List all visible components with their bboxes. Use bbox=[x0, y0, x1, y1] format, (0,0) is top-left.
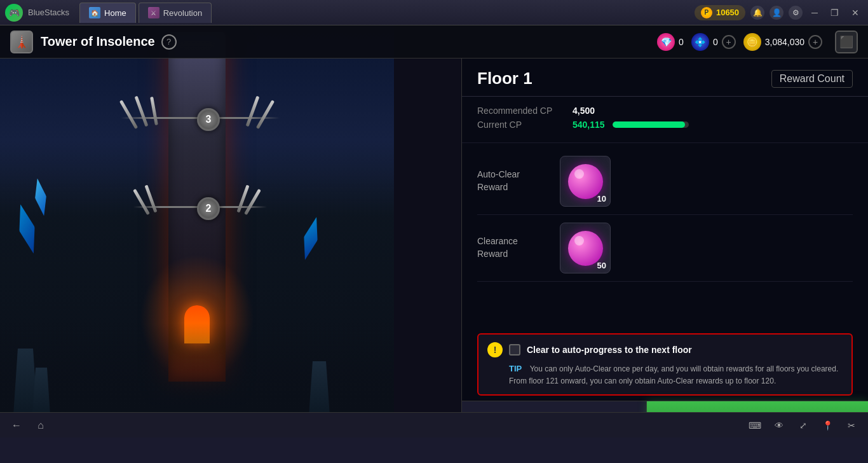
recommended-cp-label: Recommended CP bbox=[477, 106, 573, 116]
restore-button[interactable]: ❐ bbox=[827, 6, 843, 19]
cp-bar-container bbox=[613, 121, 689, 128]
clearance-reward-label: ClearanceReward bbox=[477, 235, 560, 260]
bluestacks-logo: 🎮 bbox=[5, 4, 23, 22]
avatar-icon[interactable]: 👤 bbox=[770, 6, 783, 20]
auto-clear-reward-row: Auto-ClearReward 10 bbox=[477, 148, 853, 215]
game-tab-icon: ⚔ bbox=[148, 7, 159, 18]
expand-button[interactable]: ⤢ bbox=[794, 417, 812, 434]
tab-revolution-label: Revolution bbox=[163, 8, 202, 18]
pink-currency-icon: 💎 bbox=[657, 33, 675, 51]
add-currency2-button[interactable]: + bbox=[722, 35, 736, 49]
gold-currency-icon: 🪙 bbox=[743, 33, 761, 51]
currency-gold: 🪙 3,084,030 + bbox=[743, 33, 822, 51]
auto-clear-reward-box: 10 bbox=[560, 156, 611, 207]
top-bar: 🗼 Tower of Insolence ? 💎 0 💠 0 + 🪙 3,084… bbox=[0, 25, 868, 59]
floor-title: Floor 1 bbox=[477, 69, 532, 88]
clearance-reward-row: ClearanceReward 50 bbox=[477, 215, 853, 282]
back-button[interactable]: ← bbox=[8, 417, 25, 434]
tip-text: You can only Auto-Clear once per day, an… bbox=[509, 364, 838, 385]
keyboard-button[interactable]: ⌨ bbox=[746, 417, 764, 434]
blue-currency-icon: 💠 bbox=[691, 33, 709, 51]
auto-clear-reward-label: Auto-ClearReward bbox=[477, 169, 560, 193]
auto-progress-checkbox[interactable] bbox=[509, 344, 520, 356]
tab-home[interactable]: 🏠 Home bbox=[79, 3, 136, 23]
tab-revolution[interactable]: ⚔ Revolution bbox=[139, 3, 212, 23]
cp-bar-fill bbox=[613, 121, 685, 128]
reward-count-button[interactable]: Reward Count bbox=[771, 70, 853, 88]
currency-blue: 💠 0 + bbox=[691, 33, 736, 51]
currency3-value: 3,084,030 bbox=[765, 37, 804, 47]
home-tab-icon: 🏠 bbox=[89, 7, 100, 18]
coin-value: 10650 bbox=[716, 8, 739, 17]
right-panel: Floor 1 Reward Count Recommended CP 4,50… bbox=[461, 59, 868, 438]
currency-row: 💎 0 💠 0 + 🪙 3,084,030 + ⬛ bbox=[657, 31, 858, 53]
exit-button[interactable]: ⬛ bbox=[835, 31, 858, 53]
coin-icon: P bbox=[701, 7, 712, 18]
warning-icon: ! bbox=[487, 342, 503, 357]
current-cp-row: Current CP 540,115 bbox=[477, 120, 853, 130]
recommended-cp-value: 4,500 bbox=[573, 106, 595, 116]
currency-pink: 💎 0 bbox=[657, 33, 684, 51]
eye-button[interactable]: 👁 bbox=[770, 417, 788, 434]
scissors-button[interactable]: ✂ bbox=[843, 417, 860, 434]
auto-clear-reward-count: 10 bbox=[597, 194, 606, 204]
close-button[interactable]: ✕ bbox=[848, 6, 863, 19]
game-ui: 🗼 Tower of Insolence ? 💎 0 💠 0 + 🪙 3,084… bbox=[0, 25, 868, 438]
notification-icon[interactable]: 🔔 bbox=[750, 6, 764, 20]
auto-progress-row: ! Clear to auto-progress to the next flo… bbox=[487, 342, 843, 357]
settings-icon[interactable]: ⚙ bbox=[789, 6, 803, 20]
tip-box: ! Clear to auto-progress to the next flo… bbox=[477, 333, 853, 396]
rewards-section: Auto-ClearReward 10 ClearanceReward 50 bbox=[462, 143, 868, 328]
currency2-value: 0 bbox=[713, 37, 718, 47]
add-currency3-button[interactable]: + bbox=[808, 35, 822, 49]
help-button[interactable]: ? bbox=[161, 34, 177, 50]
tower-icon: 🗼 bbox=[10, 31, 33, 53]
exit-icon: ⬛ bbox=[839, 35, 853, 49]
current-cp-value: 540,115 bbox=[573, 120, 605, 130]
floor-header: Floor 1 Reward Count bbox=[462, 59, 868, 97]
currency1-value: 0 bbox=[679, 37, 684, 47]
clearance-reward-box: 50 bbox=[560, 223, 611, 273]
taskbar: ← ⌂ ⌨ 👁 ⤢ 📍 ✂ bbox=[0, 412, 868, 438]
current-cp-label: Current CP bbox=[477, 120, 573, 130]
tip-content: TIP You can only Auto-Clear once per day… bbox=[487, 363, 843, 387]
auto-progress-label: Clear to auto-progress to the next floor bbox=[527, 345, 692, 355]
tip-label: TIP bbox=[509, 364, 522, 373]
app-name: BlueStacks bbox=[28, 8, 69, 17]
titlebar-controls: P 10650 🔔 👤 ⚙ ─ ❐ ✕ bbox=[695, 5, 863, 20]
clearance-reward-count: 50 bbox=[597, 261, 606, 270]
title-bar: 🎮 BlueStacks 🏠 Home ⚔ Revolution P 10650… bbox=[0, 0, 868, 25]
cp-section: Recommended CP 4,500 Current CP 540,115 bbox=[462, 97, 868, 143]
tower-title: Tower of Insolence bbox=[41, 34, 155, 49]
home-button[interactable]: ⌂ bbox=[32, 417, 50, 434]
tab-home-label: Home bbox=[104, 8, 126, 18]
game-area: 3 2 🗼 Tower of Insolence bbox=[0, 25, 868, 438]
pin-button[interactable]: 📍 bbox=[818, 417, 836, 434]
help-icon: ? bbox=[166, 37, 171, 46]
coin-display: P 10650 bbox=[695, 5, 745, 20]
recommended-cp-row: Recommended CP 4,500 bbox=[477, 106, 853, 116]
minimize-button[interactable]: ─ bbox=[808, 6, 822, 19]
